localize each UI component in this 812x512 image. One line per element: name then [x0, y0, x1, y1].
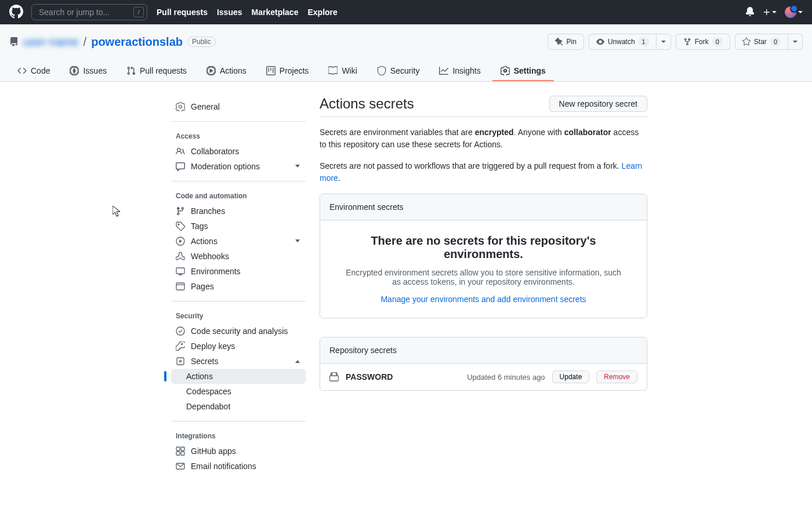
sidebar-email[interactable]: Email notifications	[171, 459, 306, 474]
sidebar-tags[interactable]: Tags	[171, 219, 306, 234]
sidebar-environments[interactable]: Environments	[171, 264, 306, 279]
sidebar-code-security[interactable]: Code security and analysis	[171, 324, 306, 339]
tab-projects[interactable]: Projects	[258, 61, 317, 81]
svg-rect-9	[176, 452, 180, 455]
svg-rect-7	[176, 447, 180, 451]
tab-settings[interactable]: Settings	[492, 61, 554, 81]
sidebar-access-title: Access	[171, 129, 306, 144]
manage-environments-link[interactable]: Manage your environments and add environ…	[380, 295, 586, 304]
github-logo-icon[interactable]	[9, 5, 23, 20]
star-button[interactable]: Star0	[735, 34, 788, 50]
fork-button[interactable]: Fork0	[676, 34, 730, 50]
svg-rect-4	[176, 283, 184, 290]
sidebar-security-title: Security	[171, 308, 306, 324]
repo-secrets-card: Repository secrets PASSWORD Updated 6 mi…	[320, 337, 647, 391]
bell-icon[interactable]	[745, 7, 755, 18]
repo-name-link[interactable]: poweractionslab	[91, 35, 183, 49]
repo-actions: Pin Unwatch1 Fork0 Star0	[548, 34, 803, 50]
search-input[interactable]	[31, 4, 147, 20]
environment-secrets-card: Environment secrets There are no secrets…	[320, 194, 647, 318]
header-right	[745, 6, 803, 18]
svg-point-1	[504, 70, 506, 72]
pin-button[interactable]: Pin	[548, 34, 584, 50]
env-secrets-header: Environment secrets	[320, 194, 647, 220]
secret-updated: Updated 6 minutes ago	[467, 373, 545, 382]
sidebar-secrets[interactable]: Secrets	[171, 354, 306, 369]
update-button[interactable]: Update	[552, 371, 590, 383]
secret-row: PASSWORD Updated 6 minutes ago Update Re…	[320, 364, 647, 390]
visibility-badge: Public	[187, 37, 216, 47]
unwatch-button[interactable]: Unwatch1	[589, 34, 657, 50]
sidebar-code-title: Code and automation	[171, 188, 306, 204]
sidebar-general[interactable]: General	[171, 99, 306, 114]
path-separator: /	[84, 35, 87, 49]
settings-sidebar: General Access Collaborators Moderation …	[171, 96, 306, 488]
tab-actions[interactable]: Actions	[198, 61, 255, 81]
sidebar-secrets-actions[interactable]: Actions	[171, 369, 306, 384]
svg-point-5	[176, 327, 184, 335]
description-2: Secrets are not passed to workflows that…	[320, 160, 647, 184]
svg-point-0	[73, 70, 76, 72]
env-empty-desc: Encrypted environment secrets allow you …	[343, 268, 624, 286]
repo-header: user-name / poweractionslab Public Pin U…	[0, 24, 812, 82]
slash-key-icon: /	[133, 7, 144, 17]
sidebar-webhooks[interactable]: Webhooks	[171, 249, 306, 264]
sidebar-secrets-codespaces[interactable]: Codespaces	[171, 384, 306, 399]
tab-security[interactable]: Security	[369, 61, 428, 81]
lock-icon	[329, 372, 339, 382]
tab-code[interactable]: Code	[9, 61, 58, 81]
sidebar-branches[interactable]: Branches	[171, 204, 306, 219]
svg-rect-8	[181, 447, 184, 451]
sidebar-collaborators[interactable]: Collaborators	[171, 144, 306, 159]
global-header: / Pull requests Issues Marketplace Explo…	[0, 0, 812, 24]
sidebar-moderation[interactable]: Moderation options	[171, 159, 306, 174]
nav-issues[interactable]: Issues	[217, 8, 242, 17]
nav-marketplace[interactable]: Marketplace	[252, 8, 299, 17]
main-content: Actions secrets New repository secret Se…	[320, 96, 647, 488]
tab-wiki[interactable]: Wiki	[320, 61, 365, 81]
repo-secrets-header: Repository secrets	[320, 337, 647, 364]
global-nav: Pull requests Issues Marketplace Explore	[157, 8, 338, 17]
unwatch-dropdown[interactable]	[657, 34, 671, 50]
svg-rect-10	[181, 452, 184, 455]
sidebar-integrations-title: Integrations	[171, 429, 306, 444]
page-title: Actions secrets	[320, 96, 414, 112]
svg-rect-3	[176, 268, 184, 274]
new-secret-button[interactable]: New repository secret	[549, 96, 647, 112]
env-empty-title: There are no secrets for this repository…	[343, 234, 624, 261]
secret-name: PASSWORD	[346, 372, 393, 382]
sidebar-deploy-keys[interactable]: Deploy keys	[171, 339, 306, 354]
plus-icon[interactable]	[763, 8, 777, 16]
repo-icon	[9, 37, 19, 46]
tab-pull-requests[interactable]: Pull requests	[118, 61, 195, 81]
nav-explore[interactable]: Explore	[307, 8, 337, 17]
description-1: Secrets are environment variables that a…	[320, 126, 647, 151]
search-container: /	[31, 4, 147, 20]
tab-issues[interactable]: Issues	[61, 61, 114, 81]
sidebar-actions[interactable]: Actions	[171, 234, 306, 249]
sidebar-github-apps[interactable]: GitHub apps	[171, 444, 306, 459]
repo-owner-link[interactable]: user-name	[23, 35, 79, 49]
repo-tabs: Code Issues Pull requests Actions Projec…	[9, 61, 803, 81]
nav-pull-requests[interactable]: Pull requests	[157, 8, 208, 17]
tab-insights[interactable]: Insights	[431, 61, 488, 81]
star-dropdown[interactable]	[788, 34, 803, 50]
sidebar-secrets-dependabot[interactable]: Dependabot	[171, 399, 306, 414]
sidebar-pages[interactable]: Pages	[171, 279, 306, 294]
repo-title: user-name / poweractionslab Public	[9, 35, 216, 49]
avatar[interactable]	[785, 6, 803, 18]
remove-button[interactable]: Remove	[596, 371, 637, 383]
